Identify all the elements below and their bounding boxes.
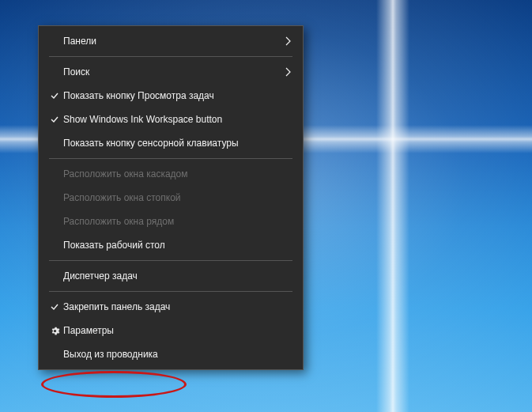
windows-light-vertical (376, 0, 409, 412)
chevron-right-icon (280, 67, 291, 77)
chevron-right-icon (280, 36, 291, 46)
separator (49, 260, 292, 261)
menu-label: Показать рабочий стол (63, 240, 291, 251)
gear-icon (46, 326, 63, 336)
menu-item-cascade: Расположить окна каскадом (40, 162, 302, 186)
check-icon (46, 115, 63, 124)
separator (49, 291, 292, 292)
menu-label: Расположить окна рядом (63, 216, 291, 227)
menu-item-panels[interactable]: Панели (40, 29, 302, 53)
menu-label: Показать кнопку сенсорной клавиатуры (63, 138, 291, 149)
menu-label: Поиск (63, 66, 280, 77)
menu-label: Выход из проводника (63, 349, 291, 360)
check-icon (46, 91, 63, 100)
menu-label: Закрепить панель задач (63, 301, 291, 312)
menu-item-settings[interactable]: Параметры (40, 319, 302, 342)
menu-item-search[interactable]: Поиск (40, 60, 302, 84)
menu-item-exit-explorer[interactable]: Выход из проводника (40, 342, 302, 366)
check-icon (46, 302, 63, 312)
menu-item-stacked: Расположить окна стопкой (40, 186, 302, 210)
menu-label: Расположить окна каскадом (63, 168, 291, 180)
menu-label: Панели (63, 36, 280, 47)
menu-item-task-manager[interactable]: Диспетчер задач (40, 264, 302, 288)
menu-item-lock-taskbar[interactable]: Закрепить панель задач (40, 295, 302, 319)
menu-item-sidebyside: Расположить окна рядом (40, 210, 302, 233)
menu-item-show-taskview[interactable]: Показать кнопку Просмотра задач (40, 84, 302, 108)
svg-point-0 (53, 329, 55, 331)
menu-label: Параметры (63, 325, 291, 336)
menu-label: Диспетчер задач (63, 270, 291, 282)
taskbar-context-menu: Панели Поиск Показать кнопку Просмотра з… (38, 25, 304, 370)
separator (49, 56, 292, 57)
menu-label: Показать кнопку Просмотра задач (63, 90, 291, 101)
menu-label: Расположить окна стопкой (63, 192, 291, 203)
menu-item-show-ink[interactable]: Show Windows Ink Workspace button (40, 108, 302, 131)
separator (49, 158, 292, 159)
menu-label: Show Windows Ink Workspace button (63, 114, 291, 125)
menu-item-show-touchkb[interactable]: Показать кнопку сенсорной клавиатуры (40, 131, 302, 155)
menu-item-show-desktop[interactable]: Показать рабочий стол (40, 233, 302, 257)
